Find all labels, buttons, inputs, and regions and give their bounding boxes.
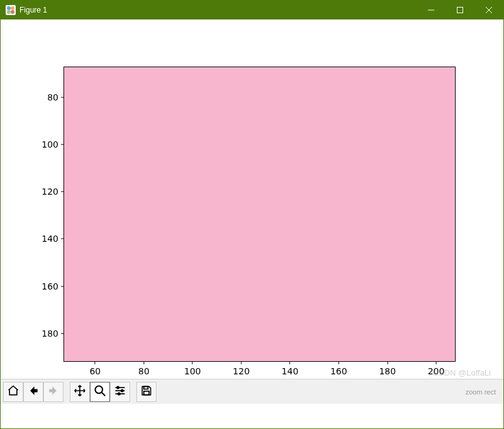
window-title: Figure 1 <box>19 6 47 14</box>
app-icon <box>6 5 16 15</box>
window-titlebar: Figure 1 <box>1 1 503 19</box>
figure-canvas[interactable]: 80 100 120 140 160 180 60 80 100 120 140… <box>1 19 503 404</box>
xtick-label: 100 <box>184 366 201 376</box>
back-button[interactable] <box>23 382 43 402</box>
home-button[interactable] <box>3 382 23 402</box>
maximize-button[interactable] <box>446 1 474 19</box>
ytick-mark <box>61 192 63 192</box>
arrow-left-icon <box>27 384 40 399</box>
xtick-label: 80 <box>138 366 150 376</box>
zoom-icon <box>94 384 106 399</box>
ytick-mark <box>61 97 63 97</box>
svg-rect-17 <box>144 391 149 394</box>
home-icon <box>7 384 19 399</box>
xtick-label: 120 <box>233 366 250 376</box>
ytick-mark <box>61 239 63 239</box>
svg-rect-5 <box>457 8 463 13</box>
xtick-label: 180 <box>379 366 396 376</box>
toolbar-status-text: zoom rect <box>466 388 496 396</box>
xtick-label: 60 <box>89 366 101 376</box>
sliders-icon <box>114 384 126 399</box>
xtick-mark <box>95 362 96 364</box>
svg-point-2 <box>7 10 11 14</box>
ytick-mark <box>61 333 63 334</box>
ytick-label: 120 <box>1 187 58 197</box>
move-icon <box>74 384 86 399</box>
svg-point-15 <box>118 393 120 394</box>
pan-button[interactable] <box>70 382 90 402</box>
svg-point-1 <box>11 6 14 10</box>
svg-point-0 <box>7 6 11 10</box>
svg-point-13 <box>117 386 119 388</box>
xtick-mark <box>387 362 388 364</box>
close-button[interactable] <box>474 1 503 19</box>
forward-button[interactable] <box>43 382 63 402</box>
xtick-mark <box>339 362 339 364</box>
ytick-label: 140 <box>1 234 58 244</box>
save-icon <box>140 384 153 399</box>
svg-rect-16 <box>144 386 148 389</box>
arrow-right-icon <box>47 384 60 399</box>
ytick-label: 160 <box>1 281 58 291</box>
subplots-button[interactable] <box>110 382 130 402</box>
xtick-label: 140 <box>282 366 299 376</box>
ytick-label: 180 <box>1 329 58 339</box>
ytick-mark <box>61 286 63 286</box>
zoom-button[interactable] <box>90 382 110 402</box>
svg-point-14 <box>121 389 123 391</box>
svg-point-8 <box>96 386 103 393</box>
xtick-mark <box>241 362 241 364</box>
xtick-mark <box>290 362 290 364</box>
ytick-label: 100 <box>1 139 58 149</box>
minimize-button[interactable] <box>417 1 446 19</box>
xtick-mark <box>192 362 193 364</box>
axes-area <box>63 67 456 362</box>
svg-line-9 <box>102 392 106 396</box>
svg-point-3 <box>11 10 14 14</box>
save-button[interactable] <box>136 382 156 402</box>
xtick-mark <box>436 362 437 364</box>
xtick-mark <box>143 362 144 364</box>
ytick-label: 80 <box>1 92 58 102</box>
ytick-mark <box>61 144 63 145</box>
nav-toolbar: zoom rect <box>1 379 503 404</box>
xtick-label: 160 <box>331 366 348 376</box>
xtick-label: 200 <box>428 366 445 376</box>
